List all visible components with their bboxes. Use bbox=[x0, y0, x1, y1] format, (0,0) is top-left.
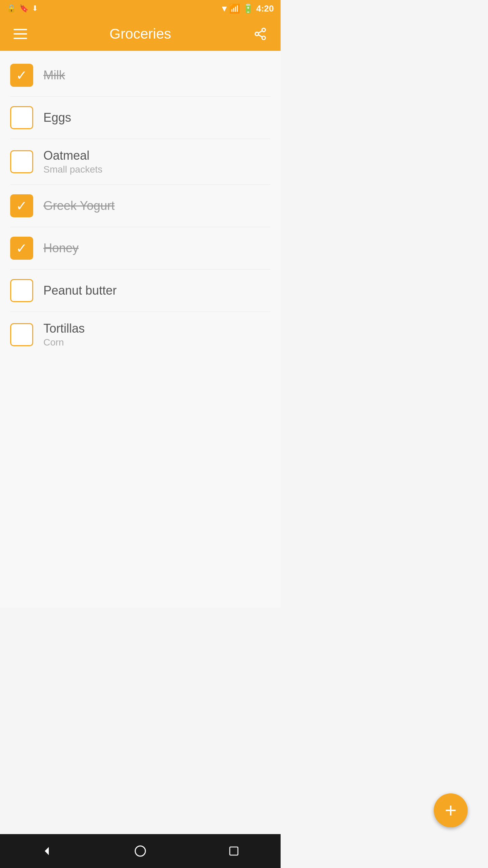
page-title: Groceries bbox=[30, 26, 250, 42]
list-item[interactable]: Tortillas Corn bbox=[0, 312, 281, 357]
oatmeal-checkbox[interactable] bbox=[10, 150, 33, 173]
lock-icon: 🔒 bbox=[7, 4, 16, 13]
list-item[interactable]: ✓ Milk bbox=[0, 54, 281, 96]
oatmeal-text: Oatmeal Small packets bbox=[43, 149, 102, 175]
svg-rect-2 bbox=[14, 38, 27, 39]
greek-yogurt-checkbox[interactable]: ✓ bbox=[10, 194, 33, 217]
honey-label: Honey bbox=[43, 241, 79, 255]
status-bar: 🔒 🔖 ⬇ ▾ 📶 🔋 4:20 bbox=[0, 0, 281, 17]
status-bar-right-icons: ▾ 📶 🔋 4:20 bbox=[222, 3, 274, 14]
battery-icon: 🔋 bbox=[243, 3, 253, 14]
checkmark-icon: ✓ bbox=[16, 241, 27, 255]
list-item[interactable]: Peanut butter bbox=[0, 270, 281, 312]
list-item[interactable]: Eggs bbox=[0, 97, 281, 139]
top-bar: Groceries bbox=[0, 17, 281, 51]
oatmeal-subtitle: Small packets bbox=[43, 164, 102, 175]
share-button[interactable] bbox=[250, 24, 270, 44]
peanut-butter-label: Peanut butter bbox=[43, 283, 117, 298]
greek-yogurt-text: Greek Yogurt bbox=[43, 199, 115, 213]
svg-rect-0 bbox=[14, 29, 27, 30]
eggs-label: Eggs bbox=[43, 111, 71, 125]
status-bar-left-icons: 🔒 🔖 ⬇ bbox=[7, 4, 38, 13]
nav-icon: 🔖 bbox=[19, 4, 28, 13]
svg-line-7 bbox=[258, 31, 262, 33]
peanut-butter-checkbox[interactable] bbox=[10, 279, 33, 302]
tortillas-label: Tortillas bbox=[43, 321, 85, 336]
grocery-list: ✓ Milk Eggs Oatmeal Small packets ✓ Gree… bbox=[0, 51, 281, 608]
peanut-butter-text: Peanut butter bbox=[43, 283, 117, 298]
checkmark-icon: ✓ bbox=[16, 199, 27, 213]
eggs-checkbox[interactable] bbox=[10, 106, 33, 129]
oatmeal-label: Oatmeal bbox=[43, 149, 102, 163]
collapse-button[interactable] bbox=[10, 24, 30, 44]
checkmark-icon: ✓ bbox=[16, 68, 27, 82]
download-icon: ⬇ bbox=[32, 4, 38, 13]
milk-label: Milk bbox=[43, 68, 65, 82]
honey-checkbox[interactable]: ✓ bbox=[10, 237, 33, 260]
tortillas-text: Tortillas Corn bbox=[43, 321, 85, 348]
greek-yogurt-label: Greek Yogurt bbox=[43, 199, 115, 213]
honey-text: Honey bbox=[43, 241, 79, 255]
list-item[interactable]: ✓ Greek Yogurt bbox=[0, 185, 281, 227]
signal-icon: 📶 bbox=[229, 3, 240, 14]
milk-text: Milk bbox=[43, 68, 65, 82]
time-display: 4:20 bbox=[256, 3, 274, 14]
svg-rect-1 bbox=[14, 33, 27, 35]
svg-line-6 bbox=[258, 35, 262, 37]
list-item[interactable]: ✓ Honey bbox=[0, 227, 281, 269]
wifi-icon: ▾ bbox=[222, 3, 226, 14]
tortillas-subtitle: Corn bbox=[43, 337, 85, 348]
tortillas-checkbox[interactable] bbox=[10, 323, 33, 346]
eggs-text: Eggs bbox=[43, 111, 71, 125]
milk-checkbox[interactable]: ✓ bbox=[10, 64, 33, 87]
list-item[interactable]: Oatmeal Small packets bbox=[0, 139, 281, 184]
